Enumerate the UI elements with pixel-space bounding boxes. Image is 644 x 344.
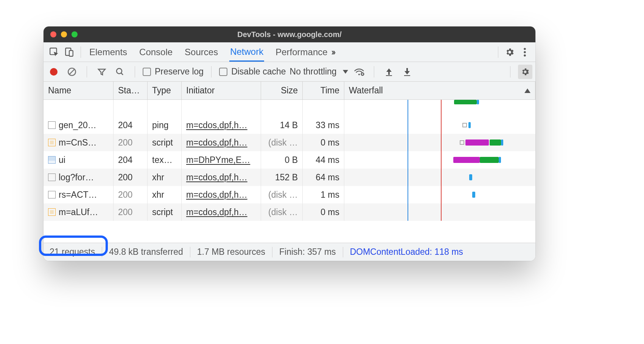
settings-gear-icon[interactable] — [502, 45, 517, 60]
cell-time: 0 ms — [303, 134, 344, 151]
device-toolbar-icon[interactable] — [62, 45, 77, 60]
kebab-menu-icon[interactable] — [517, 45, 532, 60]
col-header-name[interactable]: Name — [44, 82, 114, 99]
cell-initiator[interactable]: m=cdos,dpf,h… — [182, 116, 261, 134]
status-code: 204 — [118, 120, 132, 130]
tab-performance[interactable]: Performance — [275, 43, 328, 61]
col-header-type[interactable]: Type — [148, 82, 182, 99]
initiator-link[interactable]: m=DhPYme,E… — [186, 155, 250, 165]
window-controls — [44, 31, 78, 37]
svg-rect-12 — [386, 75, 392, 76]
cell-name[interactable]: ui — [44, 151, 114, 169]
checkbox-icon[interactable] — [219, 68, 227, 76]
upload-har-icon[interactable] — [382, 65, 396, 79]
cell-type: script — [148, 203, 182, 221]
cell-initiator[interactable]: m=cdos,dpf,h… — [182, 203, 261, 221]
cell-waterfall — [344, 203, 535, 221]
load-marker — [441, 134, 442, 151]
download-har-icon[interactable] — [400, 65, 414, 79]
table-row[interactable]: ui204tex…m=DhPYme,E…0 B44 ms — [44, 151, 535, 169]
script-file-icon — [48, 208, 56, 216]
domcontentloaded-marker — [408, 203, 408, 221]
col-header-initiator[interactable]: Initiator — [182, 82, 261, 99]
col-header-status[interactable]: Sta… — [114, 82, 148, 99]
minimize-window-button[interactable] — [61, 31, 67, 37]
request-size: 0 B — [285, 155, 298, 165]
separator — [211, 66, 212, 77]
inspect-element-icon[interactable] — [47, 45, 62, 60]
svg-point-10 — [358, 74, 360, 75]
request-name: m=aLUf… — [59, 207, 98, 217]
cell-waterfall — [344, 186, 535, 203]
table-row[interactable]: gen_20…204pingm=cdos,dpf,h…14 B33 ms — [44, 116, 535, 134]
filter-icon[interactable] — [95, 65, 109, 79]
cell-status: 204 — [114, 151, 148, 169]
network-table-header: Name Sta… Type Initiator Size Time Water… — [44, 82, 535, 100]
initiator-link[interactable]: m=cdos,dpf,h… — [186, 138, 247, 148]
cell-status: 200 — [114, 203, 148, 221]
waterfall-marker-icon — [460, 140, 464, 145]
cell-time: 1 ms — [303, 186, 344, 203]
cell-initiator[interactable]: m=cdos,dpf,h… — [182, 169, 261, 186]
throttling-select[interactable]: No throttling — [290, 67, 348, 77]
initiator-link[interactable]: m=cdos,dpf,h… — [186, 120, 247, 130]
col-header-time[interactable]: Time — [303, 82, 344, 99]
domcontentloaded-marker — [408, 169, 408, 186]
col-header-size[interactable]: Size — [261, 82, 303, 99]
cell-name[interactable]: gen_20… — [44, 116, 114, 134]
initiator-link[interactable]: m=cdos,dpf,h… — [186, 207, 247, 217]
network-conditions-icon[interactable] — [352, 65, 366, 79]
tab-network[interactable]: Network — [229, 43, 264, 62]
domcontentloaded-marker — [408, 151, 408, 169]
request-name: m=CnS… — [59, 138, 96, 148]
script-file-icon — [48, 139, 56, 146]
status-transferred: 49.8 kB transferred — [109, 247, 183, 257]
table-row[interactable]: rs=ACT…200xhrm=cdos,dpf,h…(disk …1 ms — [44, 186, 535, 203]
table-row[interactable]: log?for…200xhrm=cdos,dpf,h…152 B64 ms — [44, 169, 535, 186]
disable-cache-toggle[interactable]: Disable cache — [219, 67, 286, 77]
search-icon[interactable] — [113, 65, 127, 79]
request-type: script — [152, 138, 173, 148]
more-tabs-icon[interactable]: ›› — [328, 47, 338, 57]
table-row[interactable]: m=aLUf…200scriptm=cdos,dpf,h…(disk …0 ms — [44, 203, 535, 221]
tab-console[interactable]: Console — [138, 43, 173, 61]
close-window-button[interactable] — [50, 31, 56, 37]
tab-sources[interactable]: Sources — [184, 43, 219, 61]
maximize-window-button[interactable] — [72, 31, 78, 37]
request-time: 33 ms — [316, 120, 339, 130]
preserve-log-toggle[interactable]: Preserve log — [143, 67, 204, 77]
checkbox-icon[interactable] — [143, 68, 151, 76]
initiator-link[interactable]: m=cdos,dpf,h… — [186, 172, 247, 183]
cell-time: 64 ms — [303, 169, 344, 186]
separator — [87, 66, 87, 77]
cell-name[interactable]: rs=ACT… — [44, 186, 114, 203]
network-settings-icon[interactable] — [518, 65, 532, 79]
separator — [374, 66, 374, 77]
tab-elements[interactable]: Elements — [89, 43, 128, 61]
cell-initiator[interactable]: m=DhPYme,E… — [182, 151, 261, 169]
document-file-icon — [48, 174, 56, 181]
request-size: 152 B — [275, 172, 298, 183]
table-row[interactable]: m=CnS…200scriptm=cdos,dpf,h…(disk …0 ms — [44, 134, 535, 151]
col-header-waterfall[interactable]: Waterfall — [344, 82, 535, 99]
waterfall-bar — [501, 139, 503, 146]
cell-name[interactable]: m=aLUf… — [44, 203, 114, 221]
cell-name[interactable]: log?for… — [44, 169, 114, 186]
waterfall-bar — [453, 157, 480, 163]
record-button[interactable] — [47, 65, 61, 79]
cell-name[interactable]: m=CnS… — [44, 134, 114, 151]
cell-initiator[interactable]: m=cdos,dpf,h… — [182, 186, 261, 203]
network-status-bar: 21 requests 49.8 kB transferred 1.7 MB r… — [44, 243, 535, 261]
clear-icon[interactable] — [65, 65, 79, 79]
cell-initiator[interactable]: m=cdos,dpf,h… — [182, 134, 261, 151]
waterfall-marker-icon — [462, 123, 467, 127]
window-title: DevTools - www.google.com/ — [44, 30, 535, 39]
panel-tabs-row: Elements Console Sources Network Perform… — [44, 42, 535, 62]
svg-rect-2 — [69, 50, 73, 56]
separator — [135, 66, 135, 77]
request-name: ui — [59, 155, 65, 165]
status-domcontentloaded: DOMContentLoaded: 118 ms — [350, 247, 463, 257]
request-name: log?for… — [59, 172, 94, 183]
initiator-link[interactable]: m=cdos,dpf,h… — [186, 190, 247, 200]
separator — [498, 46, 498, 58]
